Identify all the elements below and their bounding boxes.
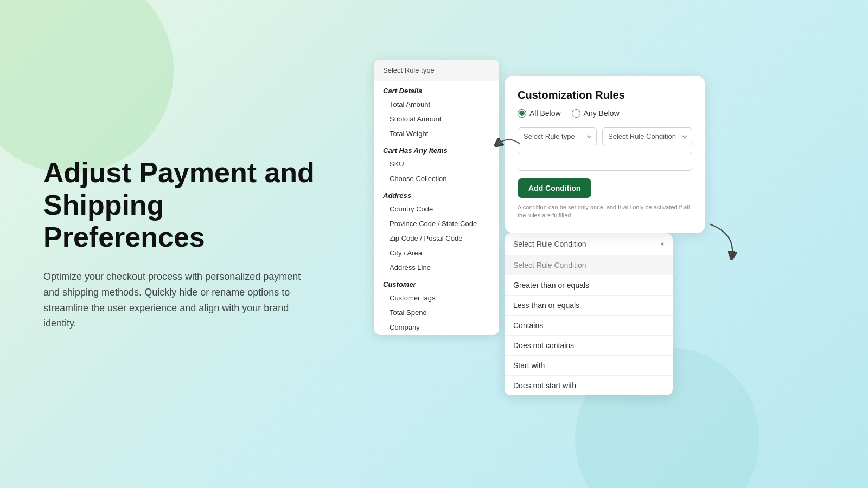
content-area: Adjust Payment and Shipping Preferences …	[0, 0, 868, 488]
item-choose-collection[interactable]: Choose Collection	[374, 171, 499, 186]
dropdown-header: Select Rule type	[374, 60, 499, 81]
condition-dropdown-card: Select Rule Condition ▾ Select Rule Cond…	[505, 233, 673, 395]
select-rule-condition[interactable]: Select Rule Condition	[602, 127, 692, 145]
radio-any-below-input[interactable]	[572, 109, 580, 118]
condition-option-less-than-equals[interactable]: Less than or equals	[505, 296, 673, 316]
condition-option-start-with[interactable]: Start with	[505, 356, 673, 376]
left-section: Adjust Payment and Shipping Preferences …	[0, 113, 358, 375]
condition-dropdown-header-text: Select Rule Condition	[513, 240, 586, 248]
item-total-weight[interactable]: Total Weight	[374, 126, 499, 141]
condition-note: A condition can be set only once, and it…	[518, 203, 692, 220]
item-total-amount[interactable]: Total Amount	[374, 97, 499, 112]
item-address-line[interactable]: Address Line	[374, 260, 499, 275]
hero-title: Adjust Payment and Shipping Preferences	[43, 157, 315, 254]
rules-card-title: Customization Rules	[518, 89, 692, 101]
radio-any-below-label: Any Below	[584, 109, 620, 118]
radio-all-below[interactable]: All Below	[518, 109, 561, 118]
add-condition-button[interactable]: Add Condition	[518, 178, 591, 198]
condition-option-does-not-contains[interactable]: Does not contains	[505, 336, 673, 356]
section-customer: Customer	[374, 275, 499, 291]
chevron-down-icon: ▾	[661, 240, 664, 248]
radio-all-below-label: All Below	[529, 109, 561, 118]
item-customer-tags[interactable]: Customer tags	[374, 291, 499, 305]
condition-option-does-not-start-with[interactable]: Does not start with	[505, 376, 673, 395]
customization-rules-card: Customization Rules All Below Any Below …	[505, 76, 705, 233]
section-cart-details: Cart Details	[374, 81, 499, 97]
right-section: Select Rule type Cart Details Total Amou…	[358, 0, 868, 488]
radio-any-below[interactable]: Any Below	[572, 109, 620, 118]
condition-value-input[interactable]	[518, 152, 692, 171]
condition-option-greater-than-equals[interactable]: Greater than or equals	[505, 275, 673, 296]
item-zip-code[interactable]: Zip Code / Postal Code	[374, 231, 499, 246]
item-city-area[interactable]: City / Area	[374, 246, 499, 260]
section-cart-has-any-items: Cart Has Any Items	[374, 141, 499, 157]
item-country-code[interactable]: Country Code	[374, 202, 499, 216]
condition-option-contains[interactable]: Contains	[505, 316, 673, 336]
item-subtotal-amount[interactable]: Subtotal Amount	[374, 112, 499, 126]
item-company[interactable]: Company	[374, 320, 499, 335]
arrow-2	[696, 220, 747, 265]
condition-option-default[interactable]: Select Rule Condition	[505, 255, 673, 275]
select-rule-type[interactable]: Select Rule type	[518, 127, 597, 145]
condition-dropdown-header[interactable]: Select Rule Condition ▾	[505, 233, 673, 255]
radio-all-below-input[interactable]	[518, 109, 526, 118]
item-total-spend[interactable]: Total Spend	[374, 305, 499, 320]
rule-type-dropdown-card: Select Rule type Cart Details Total Amou…	[374, 60, 499, 335]
hero-subtitle: Optimize your checkout process with pers…	[43, 269, 315, 331]
radio-group: All Below Any Below	[518, 109, 692, 118]
item-province-code[interactable]: Province Code / State Code	[374, 216, 499, 231]
arrow-1	[493, 133, 525, 158]
item-sku[interactable]: SKU	[374, 157, 499, 171]
selects-row: Select Rule type Select Rule Condition	[518, 127, 692, 145]
section-address: Address	[374, 186, 499, 202]
